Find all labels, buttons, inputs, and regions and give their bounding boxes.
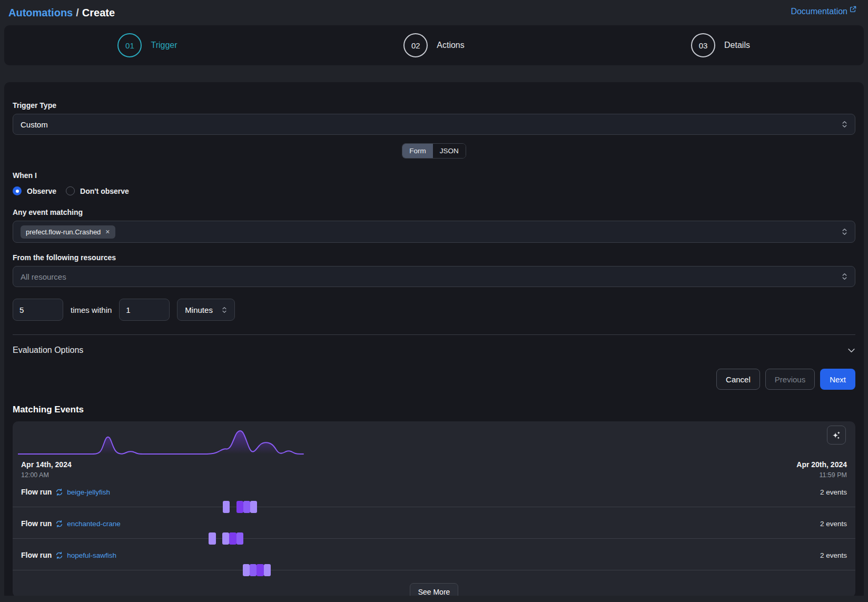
breadcrumb-automations-link[interactable]: Automations [8, 7, 73, 18]
unit-value: Minutes [185, 305, 213, 314]
select-chevrons-icon [842, 228, 847, 236]
breadcrumb: Automations/Create [8, 7, 115, 19]
documentation-link-label: Documentation [791, 7, 847, 16]
external-link-icon [850, 6, 856, 13]
evaluation-options-label: Evaluation Options [13, 346, 83, 355]
event-row-head: Flow run beige-jellyfish 2 events [21, 482, 847, 500]
sparkles-icon [832, 430, 842, 440]
toggle-option-form[interactable]: Form [402, 144, 433, 158]
event-count: 2 events [820, 551, 847, 559]
step-trigger[interactable]: 01 Trigger [4, 33, 291, 57]
event-block[interactable] [250, 564, 257, 576]
event-row-head: Flow run hopeful-sawfish 2 events [21, 545, 847, 564]
step-trigger-number: 01 [117, 33, 142, 57]
select-chevrons-icon [842, 120, 847, 129]
see-more-row: See More [21, 583, 847, 596]
radio-dont-observe-label: Don't observe [80, 187, 129, 195]
event-block[interactable] [209, 532, 216, 545]
event-block[interactable] [257, 564, 264, 576]
radio-observe-label: Observe [27, 187, 56, 195]
event-block[interactable] [229, 532, 236, 545]
form-json-toggle: Form JSON [402, 143, 466, 159]
matching-events-card: Apr 14th, 2024 12:00 AM Apr 20th, 2024 1… [13, 421, 855, 596]
event-block[interactable] [250, 501, 257, 513]
event-block[interactable] [243, 501, 250, 513]
cancel-button[interactable]: Cancel [716, 369, 760, 390]
flow-run-icon [55, 488, 63, 496]
event-block[interactable] [243, 564, 250, 576]
event-count: 2 events [820, 520, 847, 528]
resources-select[interactable]: All resources [13, 266, 855, 287]
event-tag-chip: prefect.flow-run.Crashed × [21, 225, 115, 239]
event-block[interactable] [222, 532, 229, 545]
flow-run-name-link[interactable]: beige-jellyfish [67, 488, 110, 496]
step-details-label: Details [724, 41, 750, 50]
breadcrumb-separator: / [73, 7, 82, 18]
event-timeline [13, 532, 855, 545]
trigger-type-label: Trigger Type [13, 101, 855, 110]
event-block[interactable] [223, 501, 230, 513]
ai-sparkle-button[interactable] [827, 426, 846, 445]
count-input[interactable] [13, 299, 63, 321]
event-matching-label: Any event matching [13, 208, 855, 216]
resources-value: All resources [21, 272, 66, 281]
trigger-form-panel: Trigger Type Custom Form JSON When I Obs… [4, 82, 864, 596]
event-row: Flow run beige-jellyfish 2 events [21, 482, 847, 514]
step-actions[interactable]: 02 Actions [291, 33, 577, 57]
trigger-type-value: Custom [21, 120, 48, 129]
trigger-type-select[interactable]: Custom [13, 114, 855, 135]
page-title: Create [82, 7, 115, 18]
flow-run-name-link[interactable]: hopeful-sawfish [67, 551, 116, 559]
when-i-label: When I [13, 171, 855, 180]
chevron-down-icon [847, 348, 855, 353]
range-start-date: Apr 14th, 2024 [21, 460, 72, 469]
step-actions-label: Actions [437, 41, 464, 50]
events-sparkline-chart [18, 427, 313, 456]
radio-observe[interactable]: Observe [13, 186, 56, 195]
radio-dont-observe[interactable]: Don't observe [66, 186, 129, 195]
event-row-title: Flow run enchanted-crane [21, 519, 121, 528]
flow-run-label: Flow run [21, 488, 52, 496]
window-input[interactable] [119, 299, 170, 321]
see-more-button[interactable]: See More [410, 583, 459, 596]
times-within-text: times within [71, 305, 112, 314]
flow-run-icon [55, 520, 63, 528]
event-row: Flow run hopeful-sawfish 2 events [21, 545, 847, 577]
documentation-link[interactable]: Documentation [791, 7, 856, 16]
unit-select[interactable]: Minutes [177, 299, 235, 321]
step-details[interactable]: 03 Details [577, 33, 864, 57]
event-matching-select[interactable]: prefect.flow-run.Crashed × [13, 221, 855, 243]
event-block[interactable] [264, 564, 271, 576]
event-timeline [13, 500, 855, 514]
range-end-date: Apr 20th, 2024 [796, 460, 847, 469]
next-button[interactable]: Next [820, 369, 855, 390]
event-count: 2 events [820, 488, 847, 496]
event-timeline [13, 564, 855, 577]
previous-button[interactable]: Previous [765, 369, 815, 390]
event-rows: Flow run beige-jellyfish 2 events Flow r… [21, 482, 847, 577]
resources-label: From the following resources [13, 253, 855, 262]
radio-dont-observe-dot [66, 186, 75, 195]
remove-tag-icon[interactable]: × [105, 228, 110, 235]
form-json-toggle-row: Form JSON [13, 143, 855, 159]
event-block[interactable] [236, 501, 243, 513]
observe-radio-group: Observe Don't observe [13, 186, 855, 195]
step-actions-number: 02 [403, 33, 428, 57]
threshold-row: times within Minutes [13, 299, 855, 321]
evaluation-options-toggle[interactable]: Evaluation Options [13, 346, 855, 355]
toggle-option-json[interactable]: JSON [433, 144, 466, 158]
event-row-head: Flow run enchanted-crane 2 events [21, 514, 847, 532]
sparkline-area [18, 431, 303, 454]
matching-events-title: Matching Events [13, 404, 855, 415]
step-trigger-label: Trigger [151, 41, 177, 50]
event-row-title: Flow run beige-jellyfish [21, 488, 110, 496]
select-chevrons-icon [222, 306, 227, 314]
wizard-actions: Cancel Previous Next [13, 369, 855, 390]
range-start-time: 12:00 AM [21, 471, 72, 479]
flow-run-icon [55, 551, 63, 559]
timeline-line [13, 570, 855, 570]
flow-run-name-link[interactable]: enchanted-crane [67, 520, 120, 528]
flow-run-label: Flow run [21, 551, 52, 559]
event-block[interactable] [236, 532, 243, 545]
timeline-line [13, 507, 855, 507]
